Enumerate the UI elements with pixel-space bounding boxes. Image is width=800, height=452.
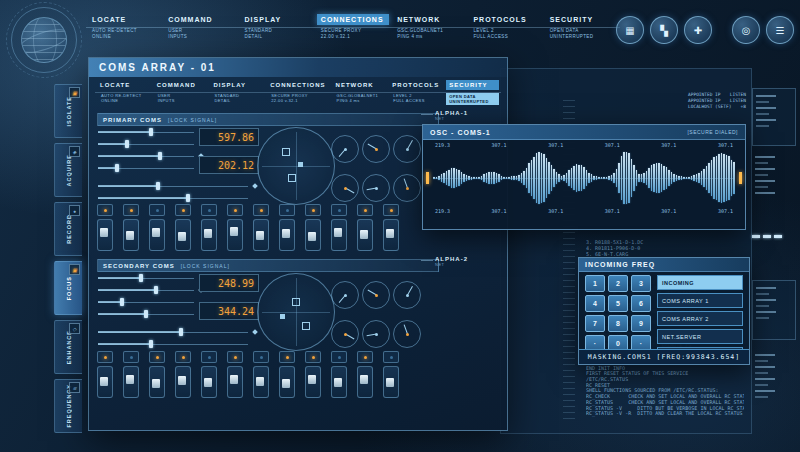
sidebar-item-isolate[interactable]: ISOLATE ▣: [54, 84, 82, 138]
fader[interactable]: [175, 219, 191, 251]
slider[interactable]: [98, 194, 248, 202]
fader[interactable]: [279, 219, 295, 251]
tiles-icon[interactable]: ▚: [650, 16, 678, 44]
channel-net-server[interactable]: NET.SERVER: [657, 329, 743, 344]
fader-indicator[interactable]: [97, 351, 113, 363]
fader-indicator[interactable]: [279, 204, 295, 216]
key-5[interactable]: 5: [608, 295, 628, 312]
menu-icon[interactable]: ☰: [766, 16, 794, 44]
fader-indicator[interactable]: [201, 204, 217, 216]
marker-left-icon[interactable]: [426, 172, 429, 184]
fader-indicator[interactable]: [383, 204, 399, 216]
fader[interactable]: [149, 219, 165, 251]
osc-title-bar[interactable]: OSC - COMS-1 [SECURE DIALED]: [423, 125, 745, 140]
key-3[interactable]: 3: [631, 275, 651, 292]
channel-incoming[interactable]: INCOMING: [657, 275, 743, 290]
key-7[interactable]: 7: [585, 315, 605, 332]
fader-indicator[interactable]: [149, 204, 165, 216]
slider[interactable]: [98, 310, 194, 318]
fader[interactable]: [279, 366, 295, 398]
fader[interactable]: [331, 366, 347, 398]
sidebar-item-record[interactable]: RECORD ●: [54, 202, 82, 256]
slider[interactable]: [98, 274, 194, 282]
slider[interactable]: [98, 286, 194, 294]
fader-indicator[interactable]: [331, 351, 347, 363]
win-menu-item-protocols[interactable]: PROTOCOLS LEVEL 2 FULL ACCESS: [387, 80, 444, 108]
fader[interactable]: [97, 219, 113, 251]
marker-right-icon[interactable]: [739, 172, 742, 184]
sidebar-item-acquire[interactable]: ACQUIRE ◈: [54, 143, 82, 197]
fader-indicator[interactable]: [279, 351, 295, 363]
sidebar-item-focus[interactable]: FOCUS ▣: [54, 261, 82, 315]
win-menu-item-command[interactable]: COMMAND USER INPUTS: [152, 80, 209, 108]
fader-indicator[interactable]: [123, 204, 139, 216]
win-menu-item-network[interactable]: NETWORK GSC.GLOBALNET1 PING 4 ms: [331, 80, 388, 108]
win-menu-item-display[interactable]: DISPLAY STANDARD DETAIL: [209, 80, 266, 108]
fader[interactable]: [383, 219, 399, 251]
fader[interactable]: [253, 366, 269, 398]
fader-indicator[interactable]: [383, 351, 399, 363]
sidebar-item-enhance[interactable]: ENHANCE ◇: [54, 320, 82, 374]
fader[interactable]: [97, 366, 113, 398]
slider[interactable]: [98, 164, 194, 172]
key-2[interactable]: 2: [608, 275, 628, 292]
window-title-bar[interactable]: COMS ARRAY - 01: [89, 58, 507, 77]
slider[interactable]: [98, 182, 248, 190]
target-icon[interactable]: ◎: [732, 16, 760, 44]
win-menu-item-security[interactable]: SECURITY OPEN DATA UNINTERRUPTED: [444, 80, 501, 108]
fader[interactable]: [123, 219, 139, 251]
menu-item-security[interactable]: SECURITY OPEN DATA UNINTERRUPTED: [544, 14, 620, 46]
fader-indicator[interactable]: [253, 351, 269, 363]
key-4[interactable]: 4: [585, 295, 605, 312]
fader-indicator[interactable]: [357, 351, 373, 363]
menu-item-command[interactable]: COMMAND USER INPUTS: [162, 14, 238, 46]
slider[interactable]: [98, 140, 194, 148]
win-menu-item-locate[interactable]: LOCATE AUTO RE-DETECT ONLINE: [95, 80, 152, 108]
fader[interactable]: [305, 219, 321, 251]
win-menu-item-connections[interactable]: CONNECTIONS SECURE PROXY 22.00 v.32.1: [265, 80, 330, 108]
fader-indicator[interactable]: [201, 351, 217, 363]
fader[interactable]: [253, 219, 269, 251]
key-1[interactable]: 1: [585, 275, 605, 292]
fader[interactable]: [201, 219, 217, 251]
slider[interactable]: [98, 152, 194, 160]
sidebar-item-frequency[interactable]: FREQUENCY ≋: [54, 379, 82, 433]
fader[interactable]: [383, 366, 399, 398]
key-9[interactable]: 9: [631, 315, 651, 332]
fader[interactable]: [227, 219, 243, 251]
slider[interactable]: [98, 298, 194, 306]
fader[interactable]: [305, 366, 321, 398]
fader-indicator[interactable]: [357, 204, 373, 216]
fader[interactable]: [123, 366, 139, 398]
fader-indicator[interactable]: [253, 204, 269, 216]
grid-icon[interactable]: ▦: [616, 16, 644, 44]
fader-indicator[interactable]: [175, 351, 191, 363]
fader[interactable]: [175, 366, 191, 398]
menu-item-locate[interactable]: LOCATE AUTO RE-DETECT ONLINE: [86, 14, 162, 46]
menu-item-network[interactable]: NETWORK GSC.GLOBALNET1 PING 4 ms: [391, 14, 467, 46]
plus-icon[interactable]: ✚: [684, 16, 712, 44]
fader[interactable]: [227, 366, 243, 398]
channel-coms-array-1[interactable]: COMS ARRAY 1: [657, 293, 743, 308]
slider[interactable]: [98, 340, 248, 348]
slider[interactable]: [98, 328, 248, 336]
key-6[interactable]: 6: [631, 295, 651, 312]
fader[interactable]: [331, 219, 347, 251]
fader-indicator[interactable]: [123, 351, 139, 363]
fader-indicator[interactable]: [227, 204, 243, 216]
fader[interactable]: [201, 366, 217, 398]
menu-item-display[interactable]: DISPLAY STANDARD DETAIL: [239, 14, 315, 46]
fader-indicator[interactable]: [305, 204, 321, 216]
fader[interactable]: [357, 219, 373, 251]
fader[interactable]: [149, 366, 165, 398]
fader[interactable]: [357, 366, 373, 398]
incoming-freq-title-bar[interactable]: INCOMING FREQ: [579, 258, 749, 272]
fader-indicator[interactable]: [227, 351, 243, 363]
fader-indicator[interactable]: [149, 351, 165, 363]
key-8[interactable]: 8: [608, 315, 628, 332]
slider[interactable]: [98, 128, 194, 136]
channel-coms-array-2[interactable]: COMS ARRAY 2: [657, 311, 743, 326]
menu-item-connections[interactable]: CONNECTIONS SECURE PROXY 22.00 v.32.1: [315, 14, 391, 46]
fader-indicator[interactable]: [97, 204, 113, 216]
fader-indicator[interactable]: [331, 204, 347, 216]
